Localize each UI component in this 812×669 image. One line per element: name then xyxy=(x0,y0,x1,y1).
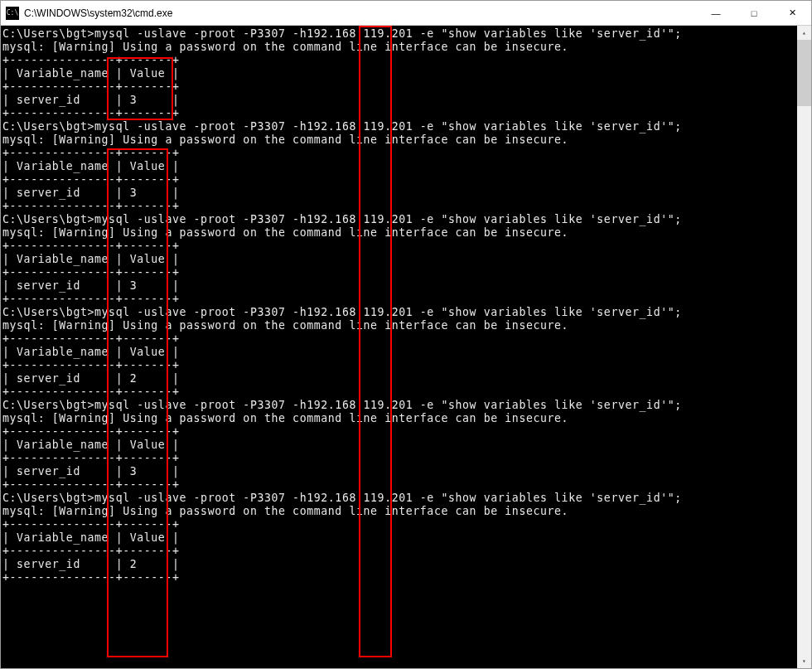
scroll-up-button[interactable]: ▴ xyxy=(797,26,811,40)
table-header: | Variable_name | Value | xyxy=(2,253,795,266)
table-border: +---------------+-------+ xyxy=(2,332,795,346)
table-border: +---------------+-------+ xyxy=(2,200,795,213)
table-row: | server_id | 2 | xyxy=(2,558,795,571)
table-border: +---------------+-------+ xyxy=(2,54,795,67)
window-controls: — □ ✕ xyxy=(697,1,811,25)
table-header: | Variable_name | Value | xyxy=(2,439,795,452)
table-header: | Variable_name | Value | xyxy=(2,67,795,80)
table-header: | Variable_name | Value | xyxy=(2,160,795,173)
console-content[interactable]: C:\Users\bgt>mysql -uslave -proot -P3307… xyxy=(1,26,796,668)
table-header: | Variable_name | Value | xyxy=(2,531,795,545)
table-border: +---------------+-------+ xyxy=(2,545,795,558)
warning-line: mysql: [Warning] Using a password on the… xyxy=(2,412,795,425)
table-border: +---------------+-------+ xyxy=(2,107,795,120)
vertical-scrollbar[interactable]: ▴ ▾ xyxy=(797,26,811,668)
command-line: C:\Users\bgt>mysql -uslave -proot -P3307… xyxy=(2,306,795,319)
console-area[interactable]: C:\Users\bgt>mysql -uslave -proot -P3307… xyxy=(1,26,811,668)
cmd-window: C:\ C:\WINDOWS\system32\cmd.exe — □ ✕ C:… xyxy=(0,0,812,669)
table-border: +---------------+-------+ xyxy=(2,173,795,187)
command-line: C:\Users\bgt>mysql -uslave -proot -P3307… xyxy=(2,399,795,412)
window-title: C:\WINDOWS\system32\cmd.exe xyxy=(24,7,172,19)
table-border: +---------------+-------+ xyxy=(2,80,795,94)
table-header: | Variable_name | Value | xyxy=(2,346,795,359)
table-border: +---------------+-------+ xyxy=(2,518,795,531)
table-border: +---------------+-------+ xyxy=(2,452,795,465)
warning-line: mysql: [Warning] Using a password on the… xyxy=(2,226,795,240)
command-line: C:\Users\bgt>mysql -uslave -proot -P3307… xyxy=(2,27,795,41)
warning-line: mysql: [Warning] Using a password on the… xyxy=(2,319,795,332)
minimize-button[interactable]: — xyxy=(697,1,735,25)
table-border: +---------------+-------+ xyxy=(2,147,795,160)
table-border: +---------------+-------+ xyxy=(2,293,795,306)
close-button[interactable]: ✕ xyxy=(773,1,811,25)
table-row: | server_id | 3 | xyxy=(2,187,795,200)
table-border: +---------------+-------+ xyxy=(2,478,795,492)
table-row: | server_id | 3 | xyxy=(2,279,795,293)
warning-line: mysql: [Warning] Using a password on the… xyxy=(2,505,795,518)
maximize-button[interactable]: □ xyxy=(735,1,773,25)
cmd-icon: C:\ xyxy=(6,7,19,20)
table-border: +---------------+-------+ xyxy=(2,359,795,372)
table-row: | server_id | 3 | xyxy=(2,94,795,107)
table-border: +---------------+-------+ xyxy=(2,425,795,439)
table-border: +---------------+-------+ xyxy=(2,385,795,399)
table-border: +---------------+-------+ xyxy=(2,240,795,253)
titlebar[interactable]: C:\ C:\WINDOWS\system32\cmd.exe — □ ✕ xyxy=(1,1,811,26)
scroll-thumb[interactable] xyxy=(797,40,811,106)
table-border: +---------------+-------+ xyxy=(2,266,795,279)
scroll-down-button[interactable]: ▾ xyxy=(797,654,811,668)
table-border: +---------------+-------+ xyxy=(2,571,795,584)
command-line: C:\Users\bgt>mysql -uslave -proot -P3307… xyxy=(2,120,795,133)
table-row: | server_id | 2 | xyxy=(2,372,795,385)
table-row: | server_id | 3 | xyxy=(2,465,795,478)
command-line: C:\Users\bgt>mysql -uslave -proot -P3307… xyxy=(2,213,795,226)
warning-line: mysql: [Warning] Using a password on the… xyxy=(2,41,795,54)
warning-line: mysql: [Warning] Using a password on the… xyxy=(2,133,795,147)
command-line: C:\Users\bgt>mysql -uslave -proot -P3307… xyxy=(2,492,795,505)
